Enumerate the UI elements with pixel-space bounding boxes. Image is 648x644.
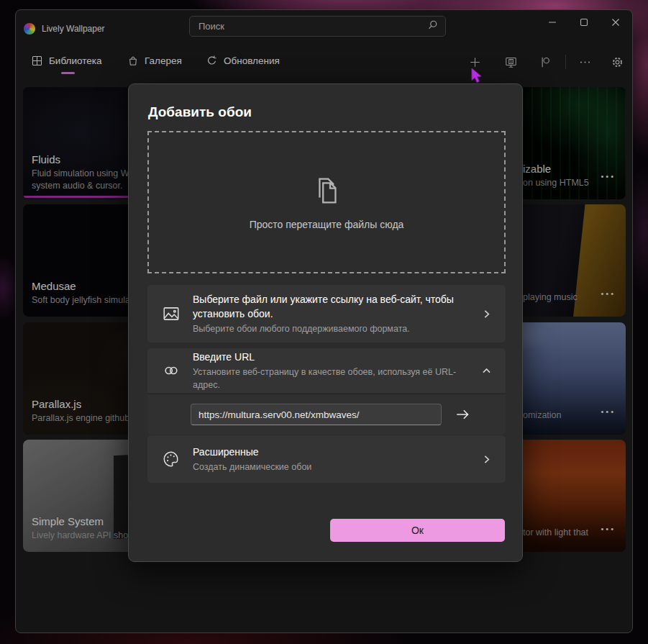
chevron-right-icon [481,455,491,464]
picture-icon [162,304,181,323]
arrow-right-icon [455,407,470,422]
option-title: Выберите файл или укажите ссылку на веб-… [193,292,469,307]
option-subtitle: Установите веб-страницу в качестве обоев… [193,366,469,391]
option-subtitle: Выберите обои любого поддерживаемого фор… [193,322,469,335]
enter-url-option[interactable]: Введите URL Установите веб-страницу в ка… [147,348,506,393]
option-title: Введите URL [193,350,469,364]
mouse-cursor [469,68,483,88]
choose-file-option[interactable]: Выберите файл или укажите ссылку на веб-… [147,285,506,343]
option-title: установить обои. [193,307,469,321]
dialog-title: Добавить обои [148,104,252,120]
palette-icon [162,450,181,468]
url-submit-button[interactable] [450,402,475,427]
url-input[interactable] [191,404,442,425]
link-icon [162,361,181,380]
option-title: Расширенные [193,445,469,459]
chevron-up-icon [481,366,491,376]
lively-wallpaper-window: Lively Wallpaper Библиотека [15,9,633,633]
file-drop-zone[interactable]: Просто перетащите файлы сюда [147,131,506,273]
drop-zone-text: Просто перетащите файлы сюда [250,219,404,230]
copy-pages-icon [310,174,343,207]
chevron-right-icon [481,309,491,319]
ok-button[interactable]: Ок [330,519,505,542]
add-wallpaper-dialog: Добавить обои Просто перетащите файлы сю… [128,83,523,562]
advanced-option[interactable]: Расширенные Создать динамические обои [147,435,506,483]
option-subtitle: Создать динамические обои [193,461,469,473]
url-entry-panel [147,394,506,435]
